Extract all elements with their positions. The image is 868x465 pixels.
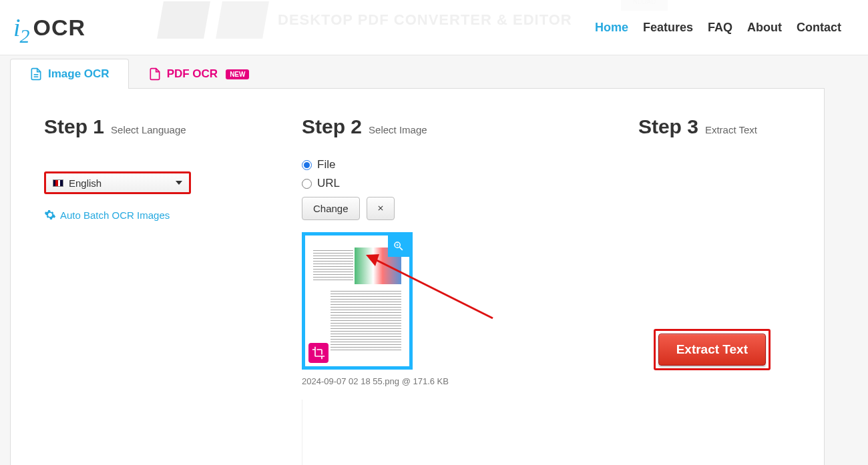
- step3-subtitle: Extract Text: [705, 124, 757, 135]
- nav-contact[interactable]: Contact: [797, 21, 841, 35]
- radio-url-label: URL: [317, 177, 340, 190]
- document-icon: [29, 67, 43, 81]
- step2-head: Step 2 Select Image: [302, 115, 533, 138]
- step1-subtitle: Select Language: [111, 124, 186, 135]
- radio-file-row[interactable]: File: [302, 158, 533, 171]
- nav-faq[interactable]: FAQ: [708, 21, 732, 35]
- step2-title: Step 2: [302, 115, 362, 138]
- tabs: Image OCR PDF OCR NEW: [0, 55, 868, 89]
- step2-col: Step 2 Select Image File URL Change: [302, 115, 533, 465]
- file-info: 2024-09-07 02 18 55.png @ 171.6 KB: [302, 376, 533, 386]
- language-label: English: [69, 177, 101, 189]
- radio-url-row[interactable]: URL: [302, 177, 533, 190]
- flag-icon: [53, 179, 63, 187]
- gears-icon: [44, 209, 56, 221]
- crop-icon: [312, 346, 325, 360]
- change-button[interactable]: Change: [302, 197, 360, 220]
- close-icon: [377, 204, 385, 212]
- preview-wrap: 2024-09-07 02 18 55.png @ 171.6 KB: [302, 232, 533, 465]
- language-select[interactable]: English: [44, 171, 191, 194]
- chevron-down-icon: [176, 181, 182, 185]
- tab-pdf-ocr[interactable]: PDF OCR NEW: [129, 59, 269, 89]
- ghost-banner-text: DESKTOP PDF CONVERTER & EDITOR: [278, 11, 572, 29]
- new-badge: NEW: [226, 69, 249, 79]
- step3-title: Step 3: [638, 115, 698, 138]
- zoom-in-icon: [393, 240, 405, 252]
- step2-subtitle: Select Image: [369, 124, 427, 135]
- placeholder: [302, 400, 302, 465]
- pdf-icon: [148, 67, 162, 81]
- step3-col: Step 3 Extract Text Extract Text: [560, 115, 791, 465]
- main-panel: Step 1 Select Language English Auto Batc…: [10, 89, 825, 465]
- auto-batch-label: Auto Batch OCR Images: [60, 209, 170, 221]
- nav-about[interactable]: About: [747, 21, 782, 35]
- radio-file[interactable]: [302, 160, 312, 170]
- clear-button[interactable]: [367, 197, 395, 220]
- radio-file-label: File: [317, 158, 335, 171]
- zoom-button[interactable]: [388, 236, 409, 257]
- auto-batch-link[interactable]: Auto Batch OCR Images: [44, 209, 275, 221]
- header: i2OCR DESKTOP PDF CONVERTER & EDITOR NLO…: [0, 0, 868, 55]
- step3-head: Step 3 Extract Text: [560, 115, 757, 138]
- radio-url[interactable]: [302, 179, 312, 189]
- tab-image-ocr[interactable]: Image OCR: [10, 59, 129, 89]
- extract-button[interactable]: Extract Text: [658, 334, 766, 366]
- ghost-banner-btn: NLOAD: [621, 0, 668, 11]
- tab-image-ocr-label: Image OCR: [48, 67, 110, 81]
- tab-pdf-ocr-label: PDF OCR: [167, 67, 218, 81]
- logo-text: OCR: [33, 15, 86, 41]
- step1-head: Step 1 Select Language: [44, 115, 275, 138]
- image-preview[interactable]: [302, 232, 413, 370]
- ghost-banner: DESKTOP PDF CONVERTER & EDITOR NLOAD: [160, 0, 668, 40]
- step1-title: Step 1: [44, 115, 104, 138]
- extract-button-wrap: Extract Text: [654, 329, 771, 465]
- step1-col: Step 1 Select Language English Auto Batc…: [44, 115, 275, 465]
- logo[interactable]: i2OCR: [13, 13, 85, 42]
- crop-button[interactable]: [308, 343, 329, 363]
- file-buttons: Change: [302, 197, 533, 220]
